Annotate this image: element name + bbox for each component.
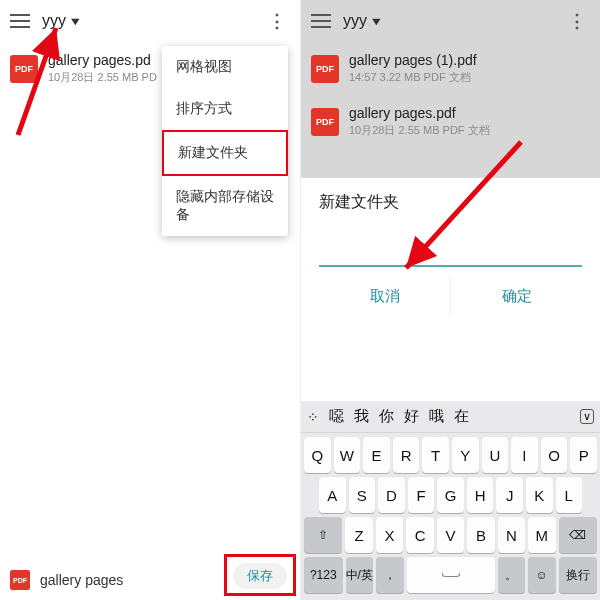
- key[interactable]: Z: [345, 517, 372, 553]
- key[interactable]: E: [363, 437, 390, 473]
- menu-icon[interactable]: [6, 7, 34, 35]
- key[interactable]: U: [482, 437, 509, 473]
- pdf-icon: PDF: [311, 108, 339, 136]
- key[interactable]: K: [526, 477, 553, 513]
- keyboard-row: Q W E R T Y U I O P: [304, 437, 597, 473]
- file-name: gallery pages.pdf: [349, 105, 490, 121]
- key[interactable]: Y: [452, 437, 479, 473]
- key[interactable]: D: [378, 477, 405, 513]
- file-meta: 10月28日 2.55 MB PD: [48, 70, 157, 85]
- comma-key[interactable]: ，: [376, 557, 404, 593]
- shift-key[interactable]: ⇧: [304, 517, 342, 553]
- chevron-down-icon: ▼: [68, 15, 82, 27]
- enter-key[interactable]: 换行: [559, 557, 598, 593]
- menu-item-sort[interactable]: 排序方式: [162, 88, 288, 130]
- key[interactable]: W: [334, 437, 361, 473]
- file-row[interactable]: PDF gallery pages (1).pdf 14:57 3.22 MB …: [301, 42, 600, 95]
- save-button[interactable]: 保存: [233, 563, 287, 589]
- keyboard-row: A S D F G H J K L: [304, 477, 597, 513]
- cancel-button[interactable]: 取消: [319, 277, 451, 316]
- annotation-highlight-save: 保存: [224, 554, 296, 596]
- key[interactable]: O: [541, 437, 568, 473]
- soft-keyboard: ⁘ 噁 我 你 好 哦 在 ∨ Q W E R T Y U I O P: [301, 401, 600, 600]
- key[interactable]: I: [511, 437, 538, 473]
- suggestion[interactable]: 噁: [329, 407, 344, 426]
- menu-item-new-folder[interactable]: 新建文件夹: [162, 130, 288, 176]
- file-name: gallery pages (1).pdf: [349, 52, 477, 68]
- key[interactable]: B: [467, 517, 494, 553]
- context-menu: 网格视图 排序方式 新建文件夹 隐藏内部存储设备: [162, 46, 288, 236]
- keyboard-expand-icon[interactable]: ∨: [580, 409, 594, 424]
- file-meta: 10月28日 2.55 MB PDF 文档: [349, 123, 490, 138]
- keyboard-grid-icon[interactable]: ⁘: [307, 409, 319, 425]
- bottom-filename: gallery pages: [40, 572, 123, 588]
- pdf-icon: PDF: [10, 55, 38, 83]
- overflow-menu-icon[interactable]: ⋮: [560, 12, 594, 30]
- suggestion[interactable]: 哦: [429, 407, 444, 426]
- key[interactable]: H: [467, 477, 494, 513]
- folder-title: yyy: [343, 12, 367, 30]
- key[interactable]: J: [496, 477, 523, 513]
- space-key[interactable]: [407, 557, 495, 593]
- overflow-menu-icon[interactable]: ⋮: [260, 12, 294, 30]
- keyboard-suggestions: ⁘ 噁 我 你 好 哦 在 ∨: [301, 401, 600, 433]
- dialog-title: 新建文件夹: [319, 192, 582, 213]
- menu-item-hide-internal[interactable]: 隐藏内部存储设备: [162, 176, 288, 236]
- new-folder-dialog: 新建文件夹 取消 确定: [301, 178, 600, 324]
- key[interactable]: V: [437, 517, 464, 553]
- suggestion[interactable]: 我: [354, 407, 369, 426]
- symbols-key[interactable]: ?123: [304, 557, 343, 593]
- key[interactable]: F: [408, 477, 435, 513]
- folder-name-input[interactable]: [319, 247, 582, 267]
- language-key[interactable]: 中/英: [346, 557, 374, 593]
- key[interactable]: C: [406, 517, 433, 553]
- key[interactable]: N: [498, 517, 525, 553]
- key[interactable]: T: [422, 437, 449, 473]
- file-meta: 14:57 3.22 MB PDF 文档: [349, 70, 477, 85]
- suggestion[interactable]: 在: [454, 407, 469, 426]
- menu-item-grid-view[interactable]: 网格视图: [162, 46, 288, 88]
- backspace-key[interactable]: ⌫: [559, 517, 597, 553]
- key[interactable]: L: [556, 477, 583, 513]
- ok-button[interactable]: 确定: [451, 277, 582, 316]
- folder-dropdown[interactable]: yyy ▼: [42, 12, 81, 30]
- key[interactable]: Q: [304, 437, 331, 473]
- key[interactable]: G: [437, 477, 464, 513]
- emoji-key[interactable]: ☺: [528, 557, 556, 593]
- file-row[interactable]: PDF gallery pages.pdf 10月28日 2.55 MB PDF…: [301, 95, 600, 148]
- key[interactable]: M: [528, 517, 555, 553]
- keyboard-row: ?123 中/英 ， 。 ☺ 换行: [304, 557, 597, 593]
- key[interactable]: S: [349, 477, 376, 513]
- period-key[interactable]: 。: [498, 557, 526, 593]
- suggestion[interactable]: 你: [379, 407, 394, 426]
- keyboard-row: ⇧ Z X C V B N M ⌫: [304, 517, 597, 553]
- file-name: gallery pages.pd: [48, 52, 157, 68]
- pdf-icon: PDF: [10, 570, 30, 590]
- key[interactable]: R: [393, 437, 420, 473]
- key[interactable]: X: [376, 517, 403, 553]
- key[interactable]: P: [570, 437, 597, 473]
- menu-icon[interactable]: [307, 7, 335, 35]
- chevron-down-icon: ▼: [369, 15, 383, 27]
- key[interactable]: A: [319, 477, 346, 513]
- suggestion[interactable]: 好: [404, 407, 419, 426]
- folder-dropdown[interactable]: yyy ▼: [343, 12, 382, 30]
- pdf-icon: PDF: [311, 55, 339, 83]
- folder-title: yyy: [42, 12, 66, 30]
